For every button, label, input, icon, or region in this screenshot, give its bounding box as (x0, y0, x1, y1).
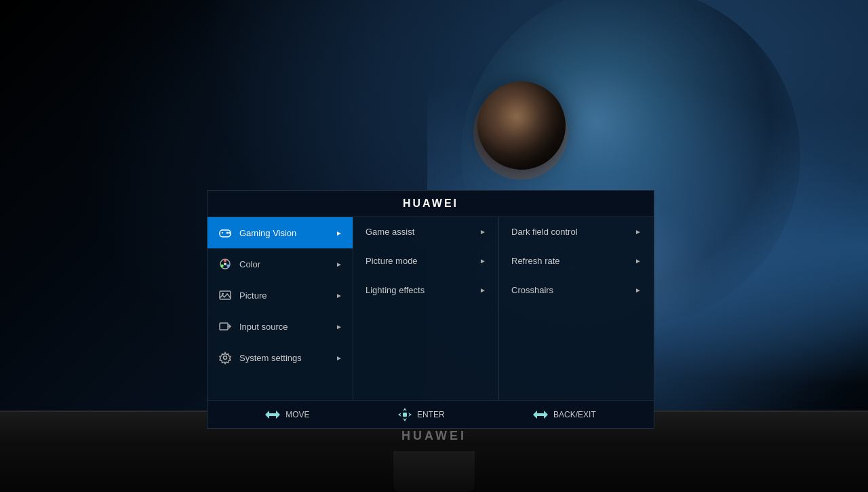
osd-title: HUAWEI (208, 191, 654, 217)
right-item-dark-field-control[interactable]: Dark field control ► (499, 217, 654, 246)
osd-footer: MOVE ENTER BACK/EXIT (208, 400, 654, 428)
svg-point-14 (224, 356, 227, 360)
dpad-horizontal-icon (265, 409, 280, 420)
gaming-vision-arrow: ► (336, 229, 342, 237)
svg-point-11 (222, 293, 224, 295)
back-exit-label: BACK/EXIT (553, 410, 596, 419)
osd-main-menu: Gaming Vision ► Color ► (208, 217, 353, 400)
svg-point-1 (226, 232, 229, 234)
right-item-crosshairs[interactable]: Crosshairs ► (499, 276, 654, 305)
system-settings-label: System settings (239, 353, 329, 363)
osd-sub-menu: Game assist ► Picture mode ► Lighting ef… (353, 217, 499, 400)
color-label: Color (239, 259, 329, 269)
dark-field-control-arrow: ► (635, 228, 642, 235)
gaming-vision-label: Gaming Vision (239, 228, 329, 238)
menu-item-system-settings[interactable]: System settings ► (208, 342, 353, 373)
move-label: MOVE (285, 410, 309, 419)
sub-item-picture-mode[interactable]: Picture mode ► (353, 246, 498, 276)
right-item-refresh-rate[interactable]: Refresh rate ► (499, 246, 654, 276)
footer-back-exit: BACK/EXIT (533, 409, 596, 420)
dark-field-control-label: Dark field control (511, 227, 578, 237)
svg-point-6 (224, 259, 226, 262)
dpad-back-icon (533, 409, 548, 420)
enter-label: ENTER (417, 410, 445, 419)
planet (477, 81, 566, 170)
monitor-brand: HUAWEI (401, 429, 467, 443)
crosshairs-label: Crosshairs (511, 285, 553, 295)
menu-item-gaming-vision[interactable]: Gaming Vision ► (208, 217, 353, 248)
input-icon (218, 319, 233, 334)
osd-body: Gaming Vision ► Color ► (208, 217, 654, 400)
svg-marker-21 (533, 411, 548, 419)
menu-item-color[interactable]: Color ► (208, 248, 353, 280)
osd-options-menu: Dark field control ► Refresh rate ► Cros… (499, 217, 654, 400)
osd-title-text: HUAWEI (403, 197, 458, 209)
color-icon (218, 257, 233, 271)
input-source-arrow: ► (336, 323, 342, 330)
osd-menu: HUAWEI Gaming Vision ► (207, 190, 654, 429)
svg-point-2 (229, 232, 231, 234)
menu-item-picture[interactable]: Picture ► (208, 280, 353, 311)
picture-arrow: ► (336, 292, 342, 299)
color-arrow: ► (336, 261, 342, 268)
game-assist-label: Game assist (366, 227, 414, 237)
refresh-rate-arrow: ► (635, 257, 642, 265)
svg-point-8 (221, 265, 224, 267)
system-settings-arrow: ► (336, 354, 342, 362)
input-source-label: Input source (239, 322, 329, 332)
sub-item-lighting-effects[interactable]: Lighting effects ► (353, 276, 498, 305)
svg-marker-18 (398, 413, 401, 417)
crosshairs-arrow: ► (635, 286, 642, 294)
gamepad-icon (218, 225, 233, 240)
svg-marker-19 (408, 413, 412, 417)
svg-marker-17 (403, 418, 407, 421)
svg-point-7 (226, 265, 229, 267)
picture-mode-arrow: ► (479, 257, 486, 265)
svg-rect-20 (403, 413, 407, 417)
svg-point-9 (224, 263, 226, 265)
svg-marker-15 (265, 411, 280, 419)
footer-enter: ENTER (398, 408, 445, 421)
menu-item-input-source[interactable]: Input source ► (208, 311, 353, 342)
gear-icon (218, 350, 233, 365)
picture-mode-label: Picture mode (366, 256, 418, 266)
dpad-all-icon (398, 408, 412, 421)
lighting-effects-arrow: ► (479, 286, 486, 294)
game-assist-arrow: ► (479, 228, 486, 235)
picture-icon (218, 288, 233, 303)
monitor-stand (393, 451, 475, 492)
sub-item-game-assist[interactable]: Game assist ► (353, 217, 498, 246)
svg-marker-16 (403, 408, 407, 411)
lighting-effects-label: Lighting effects (366, 285, 425, 295)
svg-rect-12 (220, 323, 228, 330)
footer-move: MOVE (265, 409, 309, 420)
refresh-rate-label: Refresh rate (511, 256, 560, 266)
picture-label: Picture (239, 290, 329, 301)
